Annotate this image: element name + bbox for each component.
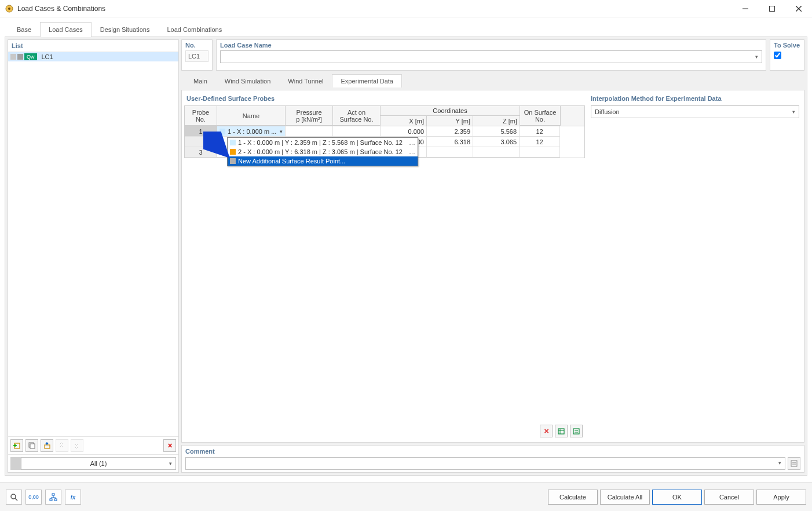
list-item[interactable]: Qw LC1 xyxy=(8,52,178,61)
dropdown-option[interactable]: 1 - X : 0.000 m | Y : 2.359 m | Z : 5.56… xyxy=(228,138,418,147)
delete-probe-button[interactable]: ✕ xyxy=(540,425,553,437)
tab-load-combinations[interactable]: Load Combinations xyxy=(158,22,231,36)
th-y: Y [m] xyxy=(427,116,473,126)
comment-edit-button[interactable] xyxy=(788,457,800,470)
cell-name-dropdown[interactable]: 1 - X : 0.000 m ... xyxy=(217,126,286,137)
copy-item-button[interactable] xyxy=(25,439,38,452)
tab-load-cases[interactable]: Load Cases xyxy=(40,22,92,36)
interpolation-method-dropdown[interactable]: Diffusion xyxy=(591,105,799,118)
name-swatch xyxy=(220,129,225,134)
cell-x[interactable]: 0.000 xyxy=(381,126,427,137)
comment-dropdown[interactable] xyxy=(185,457,785,470)
list-item-swatch2 xyxy=(17,54,23,60)
svg-rect-24 xyxy=(52,494,54,495)
subtab-wind-simulation[interactable]: Wind Simulation xyxy=(216,74,279,87)
footer-tool-function[interactable]: fx xyxy=(65,490,81,505)
subtab-main[interactable]: Main xyxy=(185,74,216,87)
cell-surface-no[interactable]: 12 xyxy=(520,137,560,147)
th-act-on: Act on Surface No. xyxy=(333,106,381,126)
list-item-badge: Qw xyxy=(24,53,37,60)
cell-z[interactable] xyxy=(473,147,520,158)
left-list-panel: List Qw LC1 xyxy=(8,39,179,473)
option-swatch xyxy=(230,149,236,155)
probes-toolbar: ✕ xyxy=(184,422,585,440)
svg-rect-12 xyxy=(558,429,564,434)
cell-y[interactable] xyxy=(427,147,473,158)
right-panel: No. LC1 Load Case Name To Solve Main xyxy=(181,39,804,473)
probes-title: User-Defined Surface Probes xyxy=(184,93,585,105)
ok-button[interactable]: OK xyxy=(652,490,702,505)
window-title: Load Cases & Combinations xyxy=(17,5,732,13)
th-coordinates: Coordinates xyxy=(381,106,520,116)
list-item-swatch xyxy=(10,54,16,60)
cancel-button[interactable]: Cancel xyxy=(704,490,754,505)
close-button[interactable] xyxy=(785,0,812,17)
cell-surface-no[interactable] xyxy=(520,147,560,158)
toolbar-button-1 xyxy=(56,439,68,452)
minimize-button[interactable] xyxy=(732,0,759,17)
interp-title: Interpolation Method for Experimental Da… xyxy=(588,93,802,105)
footer-tool-hierarchy[interactable] xyxy=(45,490,61,505)
list-item-label: LC1 xyxy=(42,53,53,60)
new-item-button[interactable] xyxy=(10,439,23,452)
window-controls xyxy=(732,0,812,17)
cell-surface-no[interactable]: 12 xyxy=(520,126,560,137)
probes-tool-2[interactable] xyxy=(570,425,583,437)
list-filter-dropdown[interactable]: All (1) xyxy=(21,457,176,470)
cell-y[interactable]: 2.359 xyxy=(427,126,473,137)
toolbar-button-2 xyxy=(71,439,83,452)
apply-button[interactable]: Apply xyxy=(756,490,806,505)
name-dropdown-popup: 1 - X : 0.000 m | Y : 2.359 m | Z : 5.56… xyxy=(227,137,418,166)
content-frame: List Qw LC1 xyxy=(5,36,807,476)
filter-value: All (1) xyxy=(90,460,107,467)
delete-item-button[interactable]: ✕ xyxy=(163,439,176,452)
th-name: Name xyxy=(217,106,286,126)
comment-label: Comment xyxy=(185,448,800,455)
header-row: No. LC1 Load Case Name To Solve xyxy=(181,39,804,71)
cell-probe-no xyxy=(185,137,217,147)
no-label: No. xyxy=(185,42,209,49)
svg-rect-10 xyxy=(30,444,35,448)
subtab-experimental-data[interactable]: Experimental Data xyxy=(332,74,402,87)
cell-z[interactable]: 5.568 xyxy=(473,126,520,137)
cell-z[interactable]: 3.065 xyxy=(473,137,520,147)
dropdown-option[interactable]: 2 - X : 0.000 m | Y : 6.318 m | Z : 3.06… xyxy=(228,147,418,156)
to-solve-checkbox[interactable] xyxy=(774,52,781,59)
calculate-all-button[interactable]: Calculate All xyxy=(600,490,650,505)
tab-design-situations[interactable]: Design Situations xyxy=(92,22,159,36)
insert-item-button[interactable] xyxy=(41,439,53,452)
footer-tool-search[interactable] xyxy=(6,490,22,505)
svg-point-1 xyxy=(8,8,10,10)
svg-rect-11 xyxy=(45,445,50,448)
table-row[interactable]: 1 1 - X : 0.000 m ... 0.000 2.359 xyxy=(185,126,584,137)
filter-swatch xyxy=(10,457,21,470)
solve-cell: To Solve xyxy=(770,39,804,71)
cell-y[interactable]: 6.318 xyxy=(427,137,473,147)
footer-tool-units[interactable]: 0,00 xyxy=(25,490,42,505)
app-icon xyxy=(5,4,14,13)
cell-pressure[interactable] xyxy=(286,126,333,137)
sub-tabs-wrap: Main Wind Simulation Wind Tunnel Experim… xyxy=(181,73,804,87)
th-probe-no: Probe No. xyxy=(185,106,217,126)
svg-rect-18 xyxy=(791,461,797,466)
dropdown-option-new[interactable]: New Additional Surface Result Point... xyxy=(228,156,418,166)
svg-line-23 xyxy=(15,498,17,501)
option-label: 1 - X : 0.000 m | Y : 2.359 m | Z : 5.56… xyxy=(238,139,403,146)
cell-act-on[interactable] xyxy=(333,126,381,137)
svg-rect-3 xyxy=(770,6,775,11)
main-tabs: Base Load Cases Design Situations Load C… xyxy=(8,22,807,36)
svg-rect-25 xyxy=(50,499,52,501)
svg-rect-26 xyxy=(54,499,57,501)
svg-rect-15 xyxy=(573,429,579,434)
calculate-button[interactable]: Calculate xyxy=(548,490,598,505)
subtab-wind-tunnel[interactable]: Wind Tunnel xyxy=(279,74,332,87)
list-area: Qw LC1 xyxy=(8,52,178,436)
load-case-name-dropdown[interactable] xyxy=(220,50,762,63)
cell-name: 1 - X : 0.000 m ... xyxy=(228,128,276,135)
solve-label: To Solve xyxy=(774,42,800,49)
tab-base[interactable]: Base xyxy=(8,22,40,36)
cell-probe-no: 1 xyxy=(185,126,217,137)
maximize-button[interactable] xyxy=(759,0,785,17)
no-value: LC1 xyxy=(185,50,209,62)
probes-tool-1[interactable] xyxy=(555,425,568,437)
